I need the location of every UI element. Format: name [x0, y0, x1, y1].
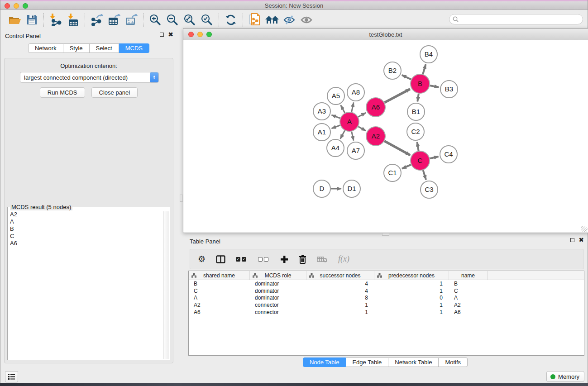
network-window-titlebar[interactable]: testGlobe.txt: [183, 29, 588, 40]
float-panel-icon[interactable]: [570, 238, 574, 242]
tab-select[interactable]: Select: [90, 43, 119, 53]
graph-node-B1[interactable]: B1: [407, 103, 425, 120]
zoom-out-button[interactable]: [164, 13, 181, 27]
graph-node-A6[interactable]: A6: [366, 98, 385, 117]
import-network-button[interactable]: [47, 13, 64, 27]
select-all-icon[interactable]: ✓✓: [236, 257, 248, 262]
graph-edge-B-B1[interactable]: [417, 94, 419, 101]
graph-node-A8[interactable]: A8: [347, 84, 364, 101]
table-row[interactable]: Adominator80A: [189, 295, 584, 302]
export-table-button[interactable]: [105, 13, 123, 27]
tab-edge-table[interactable]: Edge Table: [346, 357, 388, 367]
column-header-name[interactable]: name: [449, 271, 488, 280]
search-input[interactable]: [460, 16, 583, 23]
delete-row-icon[interactable]: [299, 255, 306, 264]
refresh-button[interactable]: [222, 13, 239, 27]
mcds-result-item[interactable]: A2: [10, 211, 170, 218]
mcds-result-item[interactable]: A: [10, 218, 170, 225]
mcds-result-item[interactable]: C: [10, 233, 170, 240]
column-header-MCDS-role[interactable]: MCDS role: [250, 271, 306, 280]
graph-node-C4[interactable]: C4: [440, 146, 457, 163]
export-network-button[interactable]: [88, 13, 105, 27]
graph-edge-A6-B[interactable]: [384, 89, 410, 103]
tab-style[interactable]: Style: [63, 43, 90, 53]
copy-network-button[interactable]: [246, 13, 263, 27]
graph-node-D1[interactable]: D1: [343, 180, 360, 197]
tab-network[interactable]: Network: [28, 43, 63, 53]
tab-node-table[interactable]: Node Table: [303, 357, 346, 367]
show-all-button[interactable]: [298, 13, 315, 27]
graph-edge-A-A4[interactable]: [340, 130, 345, 138]
splitter-handle[interactable]: [180, 195, 183, 202]
graph-node-B4[interactable]: B4: [420, 46, 437, 63]
run-mcds-button[interactable]: Run MCDS: [40, 87, 85, 98]
graph-edge-A-A7[interactable]: [352, 131, 354, 140]
graph-node-A4[interactable]: A4: [327, 139, 344, 157]
export-image-button[interactable]: [123, 13, 140, 27]
graph-edge-A-A6[interactable]: [358, 113, 366, 117]
graph-node-A2[interactable]: A2: [366, 127, 385, 146]
hide-selected-button[interactable]: [281, 13, 298, 27]
save-session-button[interactable]: [23, 13, 40, 27]
graph-node-D[interactable]: D: [313, 180, 330, 197]
result-list-scrollbar[interactable]: [163, 211, 169, 359]
column-header-successor-nodes[interactable]: successor nodes: [306, 271, 374, 280]
function-builder-icon[interactable]: f(x): [338, 254, 349, 264]
graph-node-B3[interactable]: B3: [440, 81, 458, 98]
show-columns-icon[interactable]: [216, 255, 225, 263]
task-history-button[interactable]: [5, 371, 18, 382]
graph-edge-B-B2[interactable]: [402, 75, 411, 80]
network-canvas[interactable]: AA1A2A3A4A5A6A7A8BB1B2B3B4CC1C2C3C4DD1: [183, 40, 588, 233]
mcds-result-item[interactable]: A6: [10, 240, 170, 247]
zoom-in-button[interactable]: [147, 13, 164, 27]
graph-edge-A-A1[interactable]: [332, 125, 340, 129]
table-row[interactable]: Cdominator41C: [189, 287, 584, 295]
graph-node-A3[interactable]: A3: [313, 103, 330, 120]
graph-node-B2[interactable]: B2: [384, 62, 401, 79]
deselect-all-icon[interactable]: [258, 257, 270, 262]
graph-edge-A2-C[interactable]: [384, 141, 410, 155]
tab-mcds[interactable]: MCDS: [119, 43, 149, 53]
table-row[interactable]: A2connector11A2: [189, 301, 584, 309]
table-options-icon[interactable]: ⚙: [198, 255, 206, 263]
close-panel-icon[interactable]: ✖: [578, 238, 584, 242]
column-header-predecessor-nodes[interactable]: predecessor nodes: [374, 271, 449, 280]
add-row-icon[interactable]: [280, 255, 288, 263]
graph-edge-B-B3[interactable]: [430, 86, 439, 87]
memory-button[interactable]: Memory: [546, 371, 584, 382]
graph-node-A1[interactable]: A1: [313, 124, 330, 141]
column-header-shared-name[interactable]: shared name: [189, 271, 250, 280]
graph-edge-C-C3[interactable]: [423, 170, 426, 180]
graph-edge-C-C1[interactable]: [402, 165, 411, 169]
graph-node-C[interactable]: C: [411, 151, 430, 170]
table-row[interactable]: Bdominator41B: [189, 280, 584, 287]
table-row[interactable]: A6connector11A6: [189, 309, 584, 316]
zoom-fit-button[interactable]: [181, 13, 198, 27]
close-panel-button[interactable]: Close panel: [91, 87, 138, 98]
import-table-button[interactable]: [64, 13, 81, 27]
graph-edge-A-A3[interactable]: [332, 115, 340, 118]
graph-edge-A-A2[interactable]: [358, 127, 366, 131]
graph-edge-C-C2[interactable]: [417, 142, 419, 151]
delete-table-icon[interactable]: [317, 256, 328, 263]
graph-node-A5[interactable]: A5: [327, 87, 344, 105]
float-panel-icon[interactable]: [160, 33, 164, 37]
graph-edge-A-A8[interactable]: [352, 102, 354, 112]
mcds-result-item[interactable]: B: [10, 225, 170, 233]
search-field[interactable]: [449, 14, 583, 24]
graph-node-A7[interactable]: A7: [347, 142, 364, 159]
graph-edge-C-C4[interactable]: [430, 157, 438, 158]
window-resize-grip[interactable]: [581, 226, 588, 232]
graph-node-A[interactable]: A: [340, 112, 359, 131]
graph-edge-A-A5[interactable]: [341, 105, 345, 113]
close-panel-icon[interactable]: ✖: [168, 32, 173, 37]
graph-node-B[interactable]: B: [411, 74, 430, 93]
open-session-button[interactable]: [6, 13, 23, 27]
graph-node-C2[interactable]: C2: [407, 123, 424, 140]
tab-network-table[interactable]: Network Table: [388, 357, 439, 367]
zoom-selected-button[interactable]: [198, 13, 215, 27]
tab-motifs[interactable]: Motifs: [439, 357, 468, 367]
graph-edge-B-B4[interactable]: [423, 64, 425, 74]
criterion-dropdown[interactable]: largest connected component (directed) ▲…: [20, 72, 159, 83]
graph-node-C3[interactable]: C3: [421, 181, 438, 198]
